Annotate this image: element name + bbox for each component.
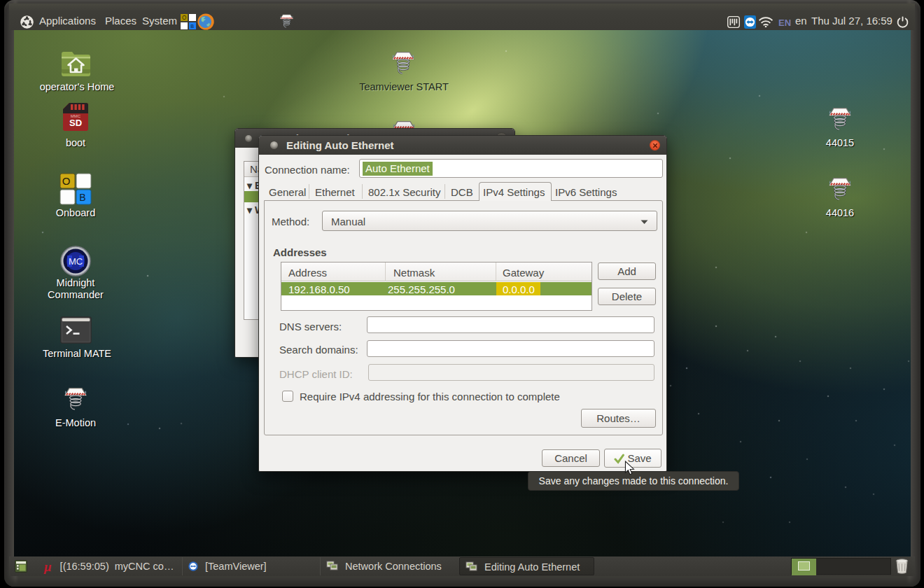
svg-text:O: O: [62, 175, 71, 187]
svg-text:SD: SD: [69, 118, 82, 128]
svg-text:MC: MC: [69, 256, 83, 267]
svg-text:B: B: [79, 192, 85, 203]
svg-text:O: O: [182, 15, 186, 21]
svg-text:B: B: [190, 24, 194, 29]
